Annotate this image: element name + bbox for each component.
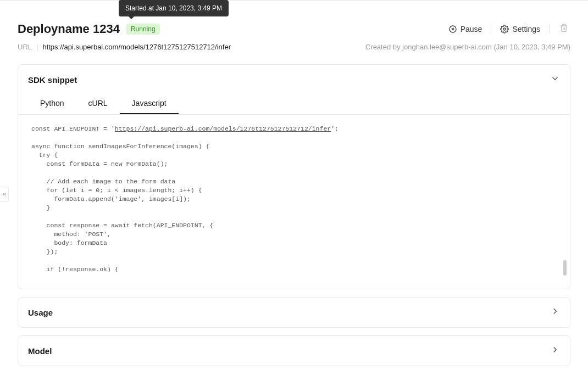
- tab-javascript[interactable]: Javascript: [120, 94, 179, 114]
- page-title: Deployname 1234: [18, 22, 120, 36]
- code-block: const API_ENDPOINT = 'https://api.superb…: [31, 125, 557, 274]
- divider: [491, 25, 491, 33]
- pause-circle-icon: [448, 25, 457, 33]
- trash-icon: [559, 24, 568, 32]
- usage-panel-title: Usage: [28, 308, 53, 317]
- chevron-double-left-icon: [2, 192, 7, 197]
- model-panel-title: Model: [28, 346, 52, 356]
- svg-point-3: [503, 28, 506, 30]
- usage-panel: Usage: [18, 297, 570, 328]
- settings-label: Settings: [512, 25, 540, 33]
- url-value: https://api.superbai.com/models/1276t127…: [42, 43, 231, 51]
- chevron-right-icon: [550, 345, 560, 357]
- sdk-panel-header[interactable]: SDK snippet: [18, 65, 570, 94]
- settings-button[interactable]: Settings: [499, 23, 541, 36]
- chevron-right-icon: [550, 306, 560, 318]
- sdk-tabs: Python cURL Javascript: [18, 94, 570, 114]
- gear-icon: [500, 25, 509, 33]
- divider: [549, 25, 550, 33]
- model-panel: Model: [18, 335, 570, 366]
- usage-panel-header[interactable]: Usage: [18, 298, 570, 327]
- model-panel-header[interactable]: Model: [18, 336, 570, 366]
- url-label: URL: [18, 43, 32, 51]
- scrollbar-thumb[interactable]: [563, 260, 567, 276]
- sdk-panel: SDK snippet Python cURL Javascript const…: [18, 64, 570, 289]
- pause-button[interactable]: Pause: [447, 23, 484, 36]
- tab-curl[interactable]: cURL: [76, 94, 120, 114]
- chevron-down-icon: [550, 74, 560, 86]
- code-container: const API_ENDPOINT = 'https://api.superb…: [18, 114, 570, 289]
- url-separator: |: [36, 43, 38, 51]
- pause-label: Pause: [461, 25, 482, 33]
- status-badge: Running: [126, 24, 160, 35]
- tab-python[interactable]: Python: [28, 94, 76, 114]
- delete-button[interactable]: [557, 21, 570, 36]
- code-endpoint-link[interactable]: https://api.superb-ai.com/models/1276t12…: [115, 125, 331, 132]
- created-by-text: Created by jonghan.lee@superb-ai.com (Ja…: [365, 43, 570, 51]
- status-tooltip: Started at Jan 10, 2023, 3:49 PM: [119, 0, 229, 16]
- sdk-panel-title: SDK snippet: [28, 75, 77, 85]
- sidebar-collapse-handle[interactable]: [0, 187, 9, 202]
